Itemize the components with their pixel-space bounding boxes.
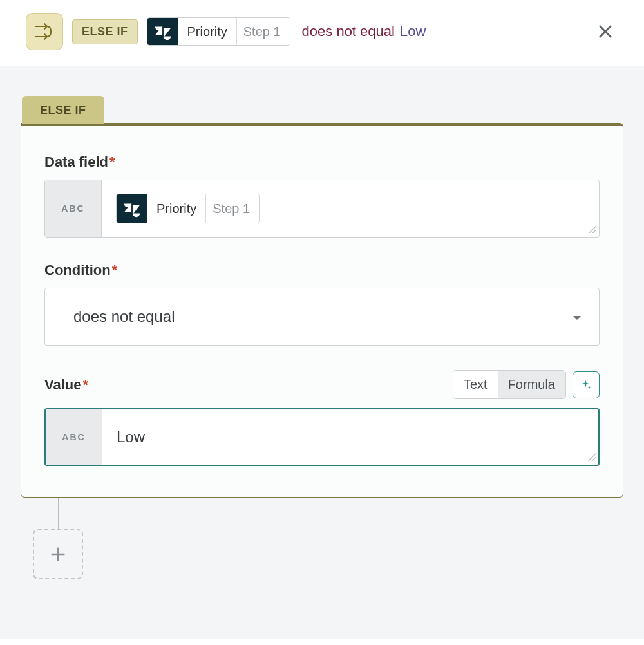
label-data-field: Data field* [44,154,600,171]
toggle-text[interactable]: Text [453,371,498,398]
condition-selected-value: does not equal [73,308,175,326]
value-text: Low [117,428,145,446]
add-step-button[interactable] [33,529,83,579]
field-group-condition: Condition* does not equal [44,262,600,346]
text-caret [146,427,146,447]
data-pill-name: Priority [147,194,205,223]
field-group-value: Value* Text Formula ABC [44,370,600,466]
svg-marker-1 [163,28,170,37]
svg-marker-5 [133,205,140,214]
data-pill-name: Priority [178,18,236,45]
data-pill-priority[interactable]: Priority Step 1 [147,17,290,46]
condition-select[interactable]: does not equal [44,288,600,346]
zendesk-icon [117,194,147,223]
field-group-data-field: Data field* ABC Priori [44,154,600,238]
ai-suggest-button[interactable] [573,371,600,398]
branch-icon [26,13,63,50]
condition-header: ELSE IF Priority Step 1 does not equal L… [0,0,644,66]
data-pill-priority[interactable]: Priority Step 1 [116,194,260,223]
tab-elseif[interactable]: ELSE IF [22,96,104,124]
data-field-input[interactable]: ABC Priority Step 1 [44,180,600,238]
summary-value: Low [400,23,426,40]
label-condition: Condition* [44,262,600,279]
toggle-formula[interactable]: Formula [498,371,565,398]
flow-connector [58,498,59,529]
workspace: ELSE IF Data field* ABC [0,66,644,639]
label-value: Value* [44,377,88,393]
type-badge-abc: ABC [46,409,102,465]
condition-panel: Data field* ABC Priori [21,123,623,498]
close-icon[interactable] [592,19,618,44]
chevron-down-icon [572,308,582,326]
summary-condition: does not equal [302,23,395,40]
value-mode-toggle: Text Formula [453,370,566,399]
elseif-badge: ELSE IF [72,19,138,44]
data-pill-step: Step 1 [236,18,290,45]
zendesk-icon [147,18,178,45]
value-input[interactable]: ABC Low [44,408,600,466]
condition-summary: does not equal Low [302,23,426,40]
type-badge-abc: ABC [45,180,102,237]
data-pill-step: Step 1 [205,194,259,223]
